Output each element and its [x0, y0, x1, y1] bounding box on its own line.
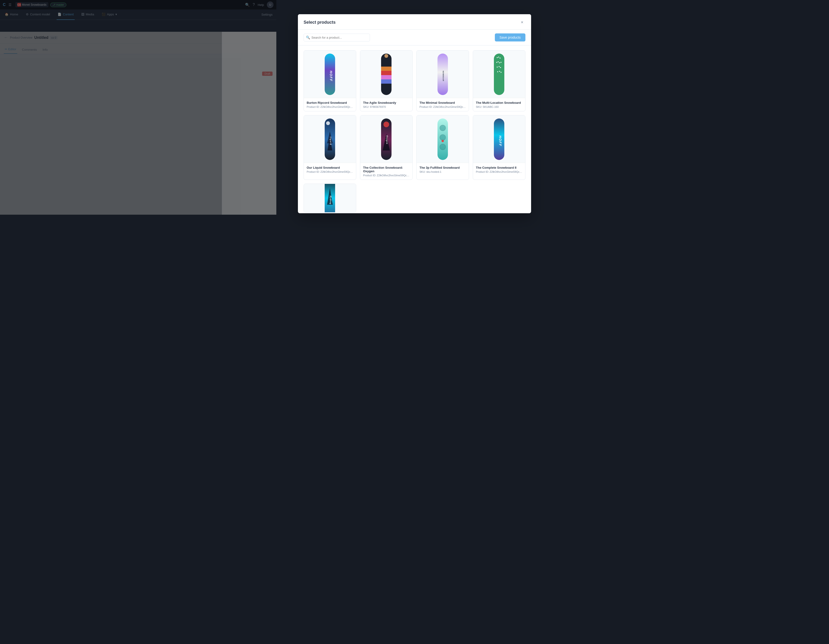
modal-overlay[interactable]: Select products × 🔍 Save products	[0, 0, 276, 215]
